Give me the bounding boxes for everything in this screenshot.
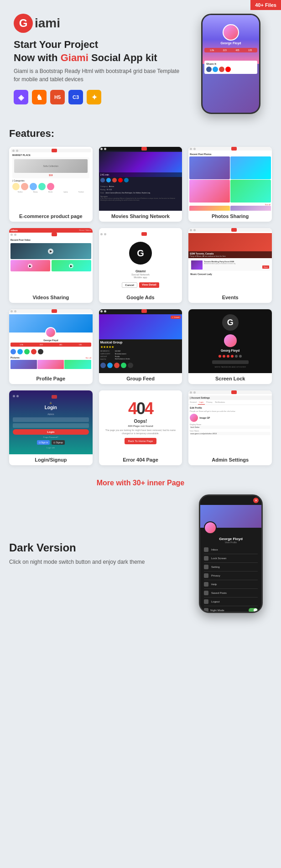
username-value[interactable]: www.giami.com/jackdarher-8013 — [190, 432, 271, 435]
cast-label: Cast — [100, 192, 104, 194]
fb-icon[interactable] — [100, 363, 106, 368]
profile-nav-bar — [9, 309, 93, 313]
pictures-grid — [9, 360, 93, 369]
menu-lockscreen[interactable]: Lock Screen — [204, 554, 258, 563]
lock-logo: G — [222, 314, 239, 331]
cast-val: James Cameron(Director), Sam Worthington… — [105, 192, 150, 194]
menu-privacy[interactable]: Privacy — [204, 572, 258, 580]
menu-saved-posts[interactable]: Saved Posts — [204, 589, 258, 598]
feature-404: 404 Oops! 404 Page not found The page yo… — [99, 390, 182, 465]
hero-description: Giami is a Bootstrap Ready Html with boo… — [14, 67, 185, 83]
tab-privacy[interactable]: Privacy — [205, 400, 213, 405]
action-icon-1[interactable] — [10, 349, 16, 354]
search-dot — [14, 310, 16, 312]
tab-general[interactable]: General — [188, 400, 198, 405]
pic-2 — [37, 360, 64, 369]
video-thumb-1: ▶ — [10, 260, 50, 271]
inbox-label: Inbox — [211, 548, 218, 551]
group-type-row: GROUP Public — [100, 355, 181, 358]
movie-info: Category Action Rating 8 / 4.5 Cast Jame… — [99, 184, 182, 203]
close-icon[interactable]: ✕ — [253, 498, 259, 503]
youtube-icon[interactable] — [225, 67, 231, 72]
more-icon[interactable] — [128, 363, 133, 368]
tw-icon — [106, 178, 111, 182]
save-button[interactable]: Save — [262, 265, 269, 269]
cat-fashion — [12, 183, 20, 190]
login-label: Login/Signup — [9, 454, 93, 465]
menu-inbox[interactable]: Inbox — [204, 546, 258, 554]
bootstrap-icon: ◈ — [14, 90, 28, 104]
recent-video-title: Recent Post Video — [9, 238, 93, 242]
menu-logout[interactable]: Logout — [204, 598, 258, 606]
night-mode-toggle[interactable] — [249, 608, 258, 612]
signin-button[interactable]: ⊡ Sign in — [37, 440, 50, 445]
lockscreen-icon — [204, 556, 208, 561]
wa-icon[interactable] — [121, 363, 126, 368]
movie-time: 2:41 min — [99, 172, 182, 177]
action-icon-5[interactable] — [38, 349, 43, 354]
setting-icon — [204, 565, 208, 569]
action-icon-2[interactable] — [17, 349, 23, 354]
display-name-value[interactable]: Jack Daher — [190, 426, 271, 429]
dark-version-desc: Click on night mode switch button and en… — [9, 558, 190, 566]
play-button[interactable]: ▶ — [48, 249, 53, 254]
dot-5 — [235, 355, 238, 358]
username-field[interactable] — [13, 417, 89, 422]
profile-name: George Floyd — [203, 42, 259, 45]
back-home-button[interactable]: Back To Home Page — [125, 438, 157, 444]
action-icon-4[interactable] — [31, 349, 36, 354]
privacy-label: Privacy — [211, 574, 220, 577]
group-nav-bar — [99, 309, 182, 313]
dark-profile-role: View Profile — [204, 541, 258, 544]
stat-1: 1.8k — [210, 49, 214, 52]
stat-223: 223 — [40, 343, 43, 346]
videos-top-bar: videos Home / Videos — [9, 228, 93, 233]
settings-tabs: General Login Privacy Notifications — [188, 400, 272, 405]
social-icons-row — [99, 177, 182, 183]
gp-icon[interactable] — [114, 363, 120, 368]
forgot-password-link[interactable]: Forgot Password? — [43, 436, 58, 438]
video-thumbnails-row: ▶ ▶ — [9, 260, 93, 271]
menu-help[interactable]: Help — [204, 580, 258, 589]
404-number: 404 — [128, 400, 153, 417]
search-dot — [16, 395, 19, 397]
cat-electric — [30, 183, 37, 190]
screenlock-screenshot: G Georg Floyd WRITE PASSWORD AND HIT ENT… — [188, 309, 272, 373]
tw-icon[interactable] — [107, 363, 113, 368]
li-icon — [124, 178, 129, 182]
privacy-icon — [204, 573, 208, 578]
giami-logo-sm — [52, 149, 57, 152]
login-with-text: Login with — [47, 447, 55, 449]
search-dot — [193, 148, 196, 150]
categories-title: | Categories — [12, 179, 89, 182]
giami-logo-sm — [141, 309, 147, 313]
view-detail-button[interactable]: View Detail — [139, 282, 159, 288]
twitter-icon[interactable] — [213, 67, 218, 72]
invite-key: INVITE — [100, 358, 114, 360]
giami-ads-logo: G — [129, 242, 152, 265]
tab-login[interactable]: Login — [198, 400, 205, 405]
see-all-link[interactable]: See all — [85, 357, 91, 359]
night-mode-icon — [204, 608, 208, 612]
ads-buttons: Cancel View Detail — [122, 282, 159, 288]
feature-profile: George Floyd 1.8k 223 465 135 — [9, 309, 93, 384]
play-icon-2[interactable]: ▶ — [69, 264, 73, 268]
password-field[interactable] — [13, 423, 89, 428]
back-dot — [100, 233, 103, 235]
signup-button[interactable]: ⊡ Signup — [52, 440, 65, 445]
ads-app-name: Giami — [135, 269, 146, 273]
action-icon-3[interactable] — [24, 349, 30, 354]
google-plus-icon[interactable] — [219, 67, 224, 72]
login-button[interactable]: Login — [13, 429, 89, 435]
hero-phone-mockup: George Floyd 1.8k 223 485 135 Share It — [194, 14, 267, 114]
play-icon[interactable]: ▶ — [28, 264, 32, 268]
menu-setting[interactable]: Setting — [204, 563, 258, 572]
login-btn-text: Login — [47, 431, 54, 433]
toggle-dot — [254, 608, 257, 612]
tab-notifications[interactable]: Notifications — [213, 400, 226, 405]
password-input[interactable] — [212, 360, 249, 364]
search-dot — [193, 229, 196, 231]
edit-profile-desc: People on Giami will get to know you wit… — [190, 410, 271, 412]
facebook-icon[interactable] — [206, 67, 212, 72]
cancel-button[interactable]: Cancel — [122, 282, 137, 288]
